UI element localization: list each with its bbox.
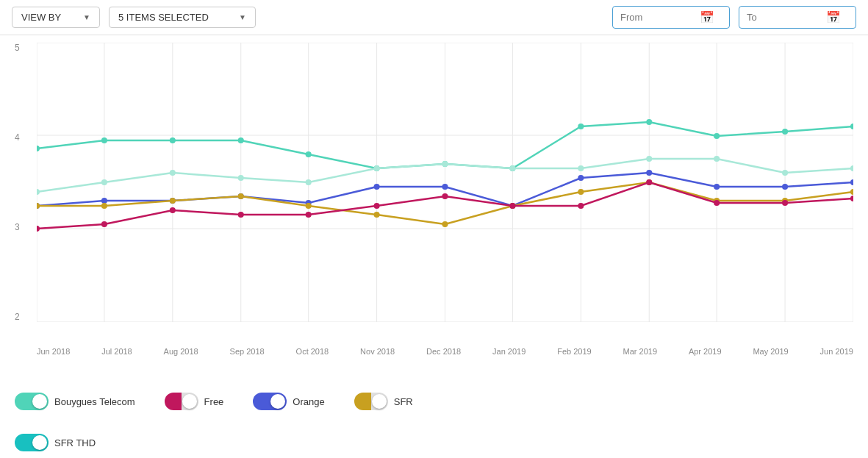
view-by-arrow-icon: ▼ [83, 13, 90, 21]
legend-item-sfr: SFR [354, 393, 413, 410]
legend-item-sfr-thd: SFR THD [15, 434, 96, 451]
chart-svg [37, 43, 853, 322]
dot-free-7 [509, 203, 515, 209]
dot-bouygues-11 [782, 170, 788, 176]
dot-bouygues-5 [374, 165, 380, 171]
y-label-2: 2 [15, 312, 20, 322]
legend-label-bouygues: Bouygues Telecom [54, 396, 135, 407]
dot-sfr-thd-9 [646, 119, 652, 125]
dot-sfr-0 [37, 203, 40, 209]
chart-area: 5 4 3 2 [0, 35, 868, 381]
dot-sfr-thd-1 [101, 137, 107, 143]
dot-sfr-2 [170, 198, 176, 204]
dot-free-5 [374, 203, 380, 209]
dot-bouygues-7 [509, 165, 515, 171]
dot-bouygues-9 [646, 156, 652, 162]
toggle-knob-bouygues [32, 394, 47, 409]
y-label-3: 3 [15, 222, 20, 232]
x-label-feb19: Feb 2019 [557, 347, 591, 356]
x-label-dec18: Dec 2018 [426, 347, 461, 356]
dot-sfr-thd-4 [306, 151, 312, 157]
toggle-sfr-thd[interactable] [15, 434, 49, 451]
dot-bouygues-12 [850, 165, 853, 171]
from-date-input-wrap: 📅 [612, 6, 730, 29]
dot-sfr-thd-10 [714, 133, 720, 139]
legend-label-orange: Orange [293, 396, 324, 407]
from-calendar-icon[interactable]: 📅 [700, 10, 714, 24]
dot-sfr-thd-2 [170, 137, 176, 143]
dot-orange-10 [714, 184, 720, 190]
dot-free-9 [646, 179, 652, 185]
legend-item-bouygues: Bouygues Telecom [15, 393, 135, 410]
dot-sfr-thd-12 [850, 124, 853, 129]
toggle-knob-sfr-thd [32, 435, 47, 450]
toggle-orange[interactable] [253, 393, 287, 410]
x-label-sep18: Sep 2018 [230, 347, 265, 356]
dot-orange-5 [374, 184, 380, 190]
toggle-knob-free [182, 394, 197, 409]
dot-orange-9 [646, 170, 652, 176]
dot-bouygues-10 [714, 156, 720, 162]
x-label-nov18: Nov 2018 [360, 347, 395, 356]
view-by-label: VIEW BY [21, 12, 61, 23]
dot-sfr-thd-3 [238, 137, 244, 143]
dot-sfr-5 [374, 212, 380, 218]
toggle-free[interactable] [165, 393, 198, 410]
dot-free-6 [442, 193, 448, 199]
legend-label-free: Free [204, 396, 224, 407]
dot-free-4 [306, 212, 312, 218]
x-label-aug18: Aug 2018 [164, 347, 198, 356]
legend-item-orange: Orange [253, 393, 324, 410]
dot-orange-11 [782, 184, 788, 190]
dot-free-12 [850, 196, 853, 201]
dot-sfr-thd-11 [782, 129, 788, 135]
items-selected-dropdown[interactable]: 5 ITEMS SELECTED ▼ [109, 7, 256, 28]
dot-bouygues-8 [578, 165, 584, 171]
dot-bouygues-1 [101, 179, 107, 185]
y-axis: 5 4 3 2 [15, 43, 20, 322]
dot-orange-12 [850, 179, 853, 185]
top-bar: VIEW BY ▼ 5 ITEMS SELECTED ▼ 📅 📅 [0, 0, 868, 35]
dot-free-8 [578, 203, 584, 209]
toggle-knob-orange [270, 394, 285, 409]
dot-bouygues-6 [442, 161, 448, 167]
dot-free-10 [714, 200, 720, 206]
legend-label-sfr: SFR [394, 396, 413, 407]
dot-bouygues-4 [306, 179, 312, 185]
x-label-jun18: Jun 2018 [37, 347, 70, 356]
to-date-input[interactable] [747, 12, 820, 23]
toggle-knob-sfr [372, 394, 387, 409]
dot-sfr-thd-0 [37, 146, 40, 151]
legend-label-sfr-thd: SFR THD [54, 437, 96, 448]
dot-sfr-12 [850, 189, 853, 195]
view-by-dropdown[interactable]: VIEW BY ▼ [12, 7, 100, 28]
dot-sfr-1 [101, 203, 107, 209]
dot-orange-1 [101, 198, 107, 204]
dot-free-3 [238, 212, 244, 218]
legend: Bouygues Telecom Free Orange SFR SFR THD [0, 381, 868, 458]
dot-sfr-thd-8 [578, 124, 584, 129]
y-label-5: 5 [15, 43, 20, 53]
toggle-bouygues[interactable] [15, 393, 49, 410]
dot-orange-8 [578, 175, 584, 181]
x-label-jun19: Jun 2019 [820, 347, 853, 356]
x-label-jan19: Jan 2019 [492, 347, 526, 356]
x-label-jul18: Jul 2018 [101, 347, 132, 356]
dot-sfr-4 [306, 203, 312, 209]
toggle-sfr[interactable] [354, 393, 388, 410]
dot-bouygues-2 [170, 170, 176, 176]
x-label-apr19: Apr 2019 [689, 347, 722, 356]
dot-sfr-3 [238, 193, 244, 199]
dot-free-1 [101, 221, 107, 227]
to-date-input-wrap: 📅 [739, 6, 856, 29]
x-label-mar19: Mar 2019 [623, 347, 657, 356]
from-date-input[interactable] [620, 12, 694, 23]
to-calendar-icon[interactable]: 📅 [826, 10, 841, 24]
x-label-may19: May 2019 [753, 347, 788, 356]
y-label-4: 4 [15, 132, 20, 143]
x-label-oct18: Oct 2018 [296, 347, 329, 356]
legend-item-free: Free [165, 393, 224, 410]
dot-sfr-6 [442, 221, 448, 227]
dot-bouygues-0 [37, 189, 40, 195]
dot-free-2 [170, 207, 176, 213]
